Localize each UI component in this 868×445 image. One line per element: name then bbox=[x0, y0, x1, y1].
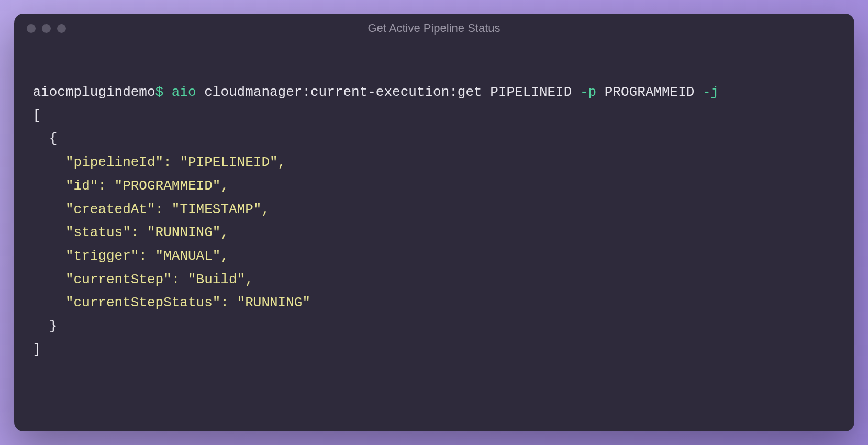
command-subcommand: cloudmanager:current-execution:get bbox=[204, 84, 482, 100]
json-sep: : bbox=[139, 248, 155, 264]
json-indent bbox=[33, 202, 65, 217]
terminal-window: Get Active Pipeline Status aiocmpluginde… bbox=[14, 14, 854, 431]
json-key: "pipelineId" bbox=[65, 154, 163, 170]
json-value: "TIMESTAMP" bbox=[172, 202, 262, 217]
traffic-lights bbox=[27, 24, 66, 33]
json-comma: , bbox=[220, 248, 229, 264]
json-indent bbox=[33, 295, 65, 310]
command-exec: aio bbox=[172, 84, 196, 100]
json-value: "PROGRAMMEID" bbox=[115, 178, 221, 194]
json-sep: : bbox=[163, 154, 180, 170]
json-sep: : bbox=[220, 295, 237, 310]
json-key: "id" bbox=[65, 178, 98, 194]
json-output: ] bbox=[33, 342, 41, 358]
json-comma: , bbox=[245, 272, 253, 287]
json-indent bbox=[33, 248, 65, 264]
json-sep: : bbox=[155, 202, 172, 217]
json-indent bbox=[33, 225, 65, 240]
json-output: { bbox=[33, 131, 58, 147]
json-key: "currentStep" bbox=[65, 272, 172, 287]
json-key: "createdAt" bbox=[65, 202, 155, 217]
minimize-icon[interactable] bbox=[42, 24, 51, 33]
titlebar: Get Active Pipeline Status bbox=[14, 14, 854, 43]
json-comma: , bbox=[261, 202, 270, 217]
json-value: "Build" bbox=[188, 272, 245, 287]
command-arg: PROGRAMMEID bbox=[605, 84, 695, 100]
close-icon[interactable] bbox=[27, 24, 36, 33]
json-key: "status" bbox=[65, 225, 131, 240]
command-arg: PIPELINEID bbox=[490, 84, 572, 100]
json-output: [ bbox=[33, 108, 41, 124]
terminal-body[interactable]: aiocmplugindemo$ aio cloudmanager:curren… bbox=[14, 43, 854, 431]
json-value: "RUNNING" bbox=[237, 295, 310, 310]
json-indent bbox=[33, 272, 65, 287]
json-value: "RUNNING" bbox=[147, 225, 220, 240]
prompt-symbol: $ bbox=[155, 84, 164, 100]
json-sep: : bbox=[131, 225, 147, 240]
json-output: } bbox=[33, 318, 58, 334]
window-title: Get Active Pipeline Status bbox=[368, 21, 500, 35]
prompt-host: aiocmplugindemo bbox=[33, 84, 155, 100]
json-key: "trigger" bbox=[65, 248, 139, 264]
json-indent bbox=[33, 178, 65, 194]
json-sep: : bbox=[172, 272, 188, 287]
json-key: "currentStepStatus" bbox=[65, 295, 220, 310]
maximize-icon[interactable] bbox=[57, 24, 66, 33]
command-flag: -p bbox=[580, 84, 596, 100]
json-indent bbox=[33, 154, 65, 170]
json-value: "PIPELINEID" bbox=[180, 154, 277, 170]
json-value: "MANUAL" bbox=[155, 248, 221, 264]
json-comma: , bbox=[220, 225, 229, 240]
json-comma: , bbox=[220, 178, 229, 194]
command-flag: -j bbox=[703, 84, 719, 100]
json-sep: : bbox=[98, 178, 114, 194]
json-comma: , bbox=[278, 154, 286, 170]
